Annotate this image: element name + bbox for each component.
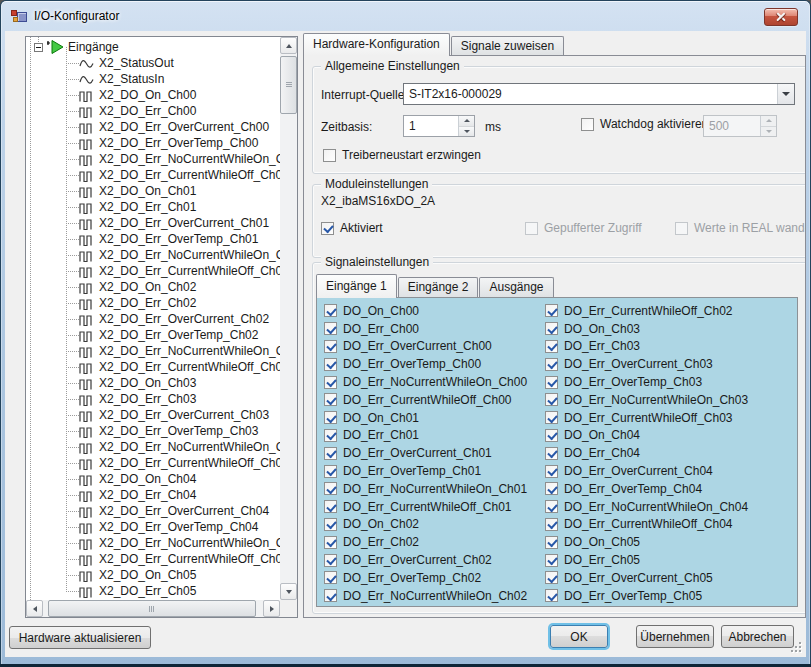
tree-item[interactable]: X2_DO_Err_OverTemp_Ch00 (26, 135, 280, 151)
zeitbasis-spinner[interactable]: 1 (403, 115, 475, 137)
tree-item[interactable]: X2_DO_On_Ch01 (26, 183, 280, 199)
signal-checkbox-item[interactable]: DO_On_Ch05 (545, 533, 748, 551)
tree-item[interactable]: X2_DO_On_Ch00 (26, 87, 280, 103)
zeitbasis-value[interactable]: 1 (404, 116, 458, 136)
tree-item[interactable]: X2_DO_Err_NoCurrentWhileOn_Ch00 (26, 151, 280, 167)
signal-checkbox-item[interactable]: DO_Err_CurrentWhileOff_Ch02 (545, 302, 748, 320)
signal-tree[interactable]: Eingänge X2_StatusOut (25, 36, 298, 618)
tree-item[interactable]: X2_DO_Err_NoCurrentWhileOn_Ch04 (26, 535, 280, 551)
tree-node-eingaenge[interactable]: Eingänge (26, 39, 119, 55)
interrupt-quelle-select[interactable]: S-IT2x16-000029 (403, 83, 795, 105)
signal-checkbox-item[interactable]: DO_Err_OverCurrent_Ch04 (545, 462, 748, 480)
signal-checkbox-item[interactable]: DO_Err_Ch03 (545, 338, 748, 356)
tree-item[interactable]: X2_DO_On_Ch03 (26, 375, 280, 391)
tree-horizontal-scrollbar[interactable] (26, 600, 280, 617)
spin-up-button[interactable] (459, 116, 474, 127)
tab-ausgaenge[interactable]: Ausgänge (479, 277, 553, 297)
signal-checkbox-item[interactable]: DO_Err_CurrentWhileOff_Ch04 (545, 516, 748, 534)
signal-checkbox-item[interactable]: DO_Err_NoCurrentWhileOn_Ch01 (324, 480, 527, 498)
signal-checkbox-item[interactable]: DO_Err_Ch05 (545, 551, 748, 569)
hardware-aktualisieren-button[interactable]: Hardware aktualisieren (9, 626, 151, 649)
tree-item[interactable]: X2_DO_Err_NoCurrentWhileOn_Ch02 (26, 343, 280, 359)
tree-item[interactable]: X2_DO_Err_OverTemp_Ch02 (26, 327, 280, 343)
signal-checkbox-item[interactable]: DO_On_Ch01 (324, 409, 527, 427)
tree-item[interactable]: X2_DO_Err_OverCurrent_Ch04 (26, 503, 280, 519)
tree-item[interactable]: X2_DO_Err_Ch03 (26, 391, 280, 407)
tree-item[interactable]: X2_DO_Err_CurrentWhileOff_Ch03 (26, 455, 280, 471)
tree-item[interactable]: X2_DO_Err_OverCurrent_Ch02 (26, 311, 280, 327)
signal-checkbox-item[interactable]: DO_Err_Ch00 (324, 320, 527, 338)
vertical-scroll-thumb[interactable] (280, 56, 297, 114)
tab-signale-zuweisen[interactable]: Signale zuweisen (451, 36, 564, 55)
signal-checkbox-item[interactable]: DO_Err_CurrentWhileOff_Ch01 (324, 498, 527, 516)
signal-checkbox-item[interactable]: DO_On_Ch00 (324, 302, 527, 320)
signal-checkbox-item[interactable]: DO_Err_OverTemp_Ch01 (324, 462, 527, 480)
resize-grip[interactable] (791, 642, 801, 652)
signal-checkbox-item[interactable]: DO_Err_OverCurrent_Ch03 (545, 355, 748, 373)
uebernehmen-button[interactable]: Übernehmen (636, 625, 714, 648)
tree-item[interactable]: X2_DO_Err_OverCurrent_Ch00 (26, 119, 280, 135)
signal-checkbox-item[interactable]: DO_Err_Ch04 (545, 444, 748, 462)
tree-item[interactable]: X2_DO_Err_NoCurrentWhileOn_Ch01 (26, 247, 280, 263)
combo-dropdown-button[interactable] (777, 84, 794, 104)
signal-checkbox-item[interactable]: DO_Err_OverTemp_Ch02 (324, 569, 527, 587)
aktiviert-checkbox[interactable]: Aktiviert (321, 221, 383, 235)
signal-checkbox-item[interactable]: DO_On_Ch02 (324, 516, 527, 534)
tree-item[interactable]: X2_DO_Err_Ch01 (26, 199, 280, 215)
tree-item[interactable]: X2_StatusIn (26, 71, 280, 87)
tree-item[interactable]: X2_DO_Err_Ch00 (26, 103, 280, 119)
collapse-expander-icon[interactable] (34, 43, 43, 52)
tree-item[interactable]: X2_DO_On_Ch05 (26, 567, 280, 583)
tree-viewport[interactable]: Eingänge X2_StatusOut (26, 37, 280, 600)
signal-checkbox-item[interactable]: DO_Err_OverTemp_Ch03 (545, 373, 748, 391)
signal-checkbox-item[interactable]: DO_Err_Ch02 (324, 533, 527, 551)
tree-item[interactable]: X2_DO_Err_CurrentWhileOff_Ch04 (26, 551, 280, 567)
signal-checkbox-item[interactable]: DO_Err_OverCurrent_Ch05 (545, 569, 748, 587)
tree-item[interactable]: X2_DO_Err_CurrentWhileOff_Ch01 (26, 263, 280, 279)
signal-checkbox-item[interactable]: DO_Err_CurrentWhileOff_Ch00 (324, 391, 527, 409)
tree-item[interactable]: X2_DO_Err_OverTemp_Ch01 (26, 231, 280, 247)
abbrechen-button[interactable]: Abbrechen (721, 625, 794, 648)
signal-checkbox-item[interactable]: DO_Err_CurrentWhileOff_Ch03 (545, 409, 748, 427)
signal-checkbox-item[interactable]: DO_Err_OverCurrent_Ch01 (324, 444, 527, 462)
titlebar[interactable]: I/O-Konfigurator (1, 1, 810, 31)
tree-item[interactable]: X2_DO_On_Ch04 (26, 471, 280, 487)
signal-checkbox-item[interactable]: DO_On_Ch03 (545, 320, 748, 338)
scroll-up-arrow[interactable] (280, 37, 297, 54)
tree-item[interactable]: X2_DO_Err_NoCurrentWhileOn_Ch03 (26, 439, 280, 455)
treiberneustart-checkbox[interactable]: Treiberneustart erzwingen (323, 148, 481, 162)
signal-checkbox-item[interactable]: DO_Err_OverTemp_Ch04 (545, 480, 748, 498)
tree-item[interactable]: X2_DO_On_Ch02 (26, 279, 280, 295)
ok-button[interactable]: OK (550, 625, 608, 648)
signal-checkbox-item[interactable]: DO_Err_OverCurrent_Ch00 (324, 338, 527, 356)
tab-eingaenge-2[interactable]: Eingänge 2 (398, 277, 479, 297)
tree-item[interactable]: X2_DO_Err_CurrentWhileOff_Ch02 (26, 359, 280, 375)
signal-checkbox-item[interactable]: DO_Err_Ch01 (324, 427, 527, 445)
signal-checkbox-item[interactable]: DO_Err_NoCurrentWhileOn_Ch00 (324, 373, 527, 391)
tab-hardware-konfiguration[interactable]: Hardware-Konfiguration (303, 33, 450, 56)
scroll-down-arrow[interactable] (280, 583, 297, 600)
tree-item[interactable]: X2_DO_Err_OverCurrent_Ch03 (26, 407, 280, 423)
close-button[interactable] (764, 8, 798, 26)
signal-checkbox-item[interactable]: DO_Err_OverTemp_Ch05 (545, 587, 748, 605)
tree-item[interactable]: X2_DO_Err_OverCurrent_Ch01 (26, 215, 280, 231)
tab-eingaenge-1[interactable]: Eingänge 1 (316, 274, 397, 298)
scroll-left-arrow[interactable] (26, 600, 43, 617)
watchdog-aktivieren-checkbox[interactable]: Watchdog aktivieren (581, 117, 708, 131)
tree-item[interactable]: X2_DO_Err_Ch04 (26, 487, 280, 503)
signal-checkbox-item[interactable]: DO_Err_NoCurrentWhileOn_Ch02 (324, 587, 527, 605)
signal-checkbox-item[interactable]: DO_Err_NoCurrentWhileOn_Ch04 (545, 498, 748, 516)
tree-item[interactable]: X2_DO_Err_Ch02 (26, 295, 280, 311)
signal-checkbox-item[interactable]: DO_On_Ch04 (545, 427, 748, 445)
tree-item[interactable]: X2_DO_Err_Ch05 (26, 583, 280, 599)
signal-checkbox-item[interactable]: DO_Err_NoCurrentWhileOn_Ch03 (545, 391, 748, 409)
signal-checkbox-item[interactable]: DO_Err_OverTemp_Ch00 (324, 355, 527, 373)
tree-item[interactable]: X2_DO_Err_OverTemp_Ch03 (26, 423, 280, 439)
spin-down-button[interactable] (459, 127, 474, 137)
scroll-right-arrow[interactable] (263, 600, 280, 617)
horizontal-scroll-thumb[interactable] (48, 600, 256, 617)
tree-vertical-scrollbar[interactable] (280, 37, 297, 600)
tree-item[interactable]: X2_StatusOut (26, 55, 280, 71)
signal-checkbox-item[interactable]: DO_Err_OverCurrent_Ch02 (324, 551, 527, 569)
tree-item[interactable]: X2_DO_Err_OverTemp_Ch04 (26, 519, 280, 535)
